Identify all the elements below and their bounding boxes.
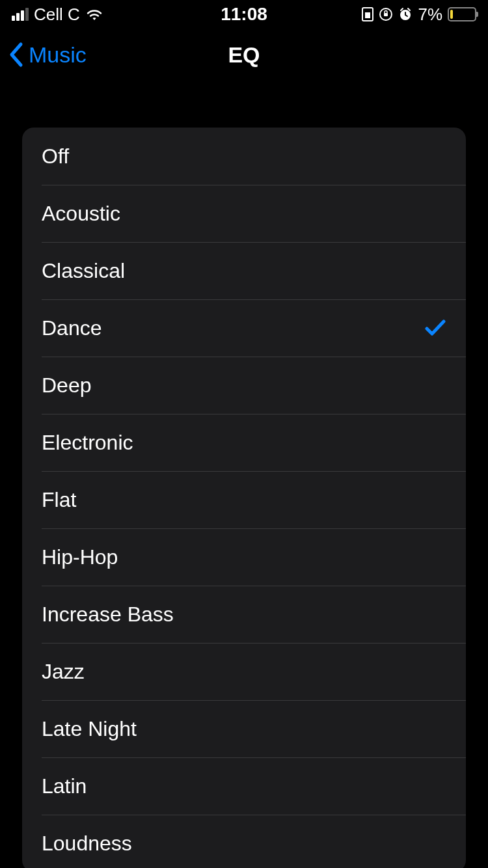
alarm-icon xyxy=(398,7,413,21)
eq-option-label: Off xyxy=(42,144,446,169)
eq-option-deep[interactable]: Deep xyxy=(22,357,466,414)
eq-option-electronic[interactable]: Electronic xyxy=(22,414,466,471)
back-label: Music xyxy=(29,42,87,68)
eq-option-label: Increase Bass xyxy=(42,603,446,627)
battery-icon xyxy=(448,7,476,21)
orientation-lock-icon xyxy=(379,7,393,21)
status-time: 11:08 xyxy=(221,4,267,25)
status-right: 7% xyxy=(362,5,476,25)
navigation-bar: Music EQ xyxy=(0,29,488,81)
eq-option-label: Loudness xyxy=(42,832,446,856)
eq-option-label: Hip-Hop xyxy=(42,545,446,569)
eq-option-late-night[interactable]: Late Night xyxy=(22,700,466,757)
eq-option-label: Electronic xyxy=(42,431,446,455)
eq-option-label: Latin xyxy=(42,774,446,798)
eq-option-increase-bass[interactable]: Increase Bass xyxy=(22,586,466,643)
eq-option-off[interactable]: Off xyxy=(22,128,466,185)
eq-option-acoustic[interactable]: Acoustic xyxy=(22,185,466,242)
eq-option-dance[interactable]: Dance xyxy=(22,299,466,357)
svg-rect-3 xyxy=(384,13,388,16)
wifi-icon xyxy=(85,7,103,21)
svg-rect-1 xyxy=(365,12,370,18)
eq-option-label: Acoustic xyxy=(42,202,446,226)
chevron-left-icon xyxy=(8,42,25,68)
eq-option-label: Flat xyxy=(42,488,446,512)
eq-option-hip-hop[interactable]: Hip-Hop xyxy=(22,528,466,586)
battery-percentage: 7% xyxy=(418,5,442,25)
sim-icon xyxy=(362,7,373,21)
eq-option-label: Jazz xyxy=(42,660,446,684)
carrier-name: Cell C xyxy=(34,5,80,25)
eq-option-label: Dance xyxy=(42,316,424,340)
eq-option-label: Late Night xyxy=(42,717,446,741)
eq-option-flat[interactable]: Flat xyxy=(22,471,466,528)
eq-option-classical[interactable]: Classical xyxy=(22,242,466,299)
eq-option-loudness[interactable]: Loudness xyxy=(22,815,466,868)
status-bar: Cell C 11:08 xyxy=(0,0,488,29)
cellular-signal-icon xyxy=(12,8,29,21)
status-left: Cell C xyxy=(12,5,103,25)
checkmark-icon xyxy=(424,318,446,338)
eq-option-jazz[interactable]: Jazz xyxy=(22,643,466,700)
eq-option-label: Classical xyxy=(42,259,446,283)
eq-option-label: Deep xyxy=(42,373,446,398)
eq-option-latin[interactable]: Latin xyxy=(22,757,466,815)
back-button[interactable]: Music xyxy=(8,42,87,68)
page-title: EQ xyxy=(228,42,260,68)
eq-list: Off Acoustic Classical Dance Deep Electr… xyxy=(22,128,466,868)
